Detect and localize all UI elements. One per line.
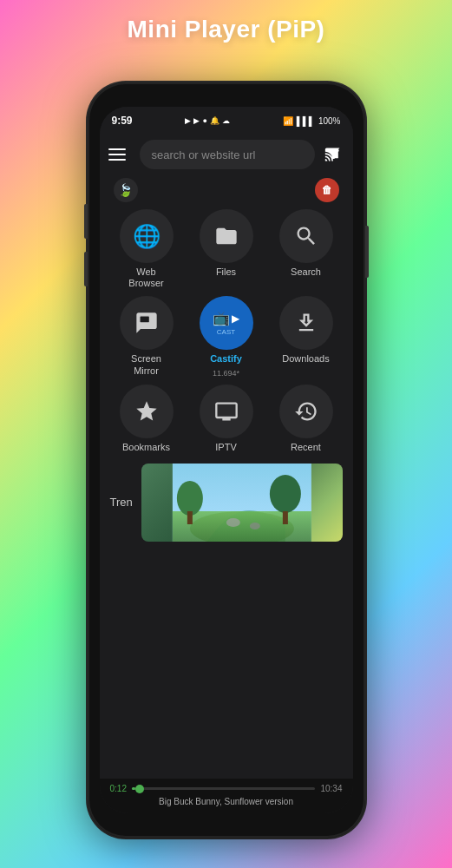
web-browser-label: WebBrowser xyxy=(128,266,163,289)
status-right-icons: 📶 ▌▌▌ 100% xyxy=(283,116,341,126)
iptv-icon xyxy=(200,385,253,438)
trending-section: Tren xyxy=(100,457,353,545)
status-middle-icons: ▶ ▶ ● 🔔 ☁ xyxy=(185,116,229,125)
app-item-iptv[interactable]: IPTV xyxy=(190,385,263,453)
volume-down-button[interactable] xyxy=(84,252,88,286)
battery-label: 100% xyxy=(318,116,341,126)
app-item-search[interactable]: Search xyxy=(270,209,343,289)
phone-container: 9:59 ▶ ▶ ● 🔔 ☁ 📶 ▌▌▌ 100% search o xyxy=(88,82,365,838)
app-item-files[interactable]: Files xyxy=(190,209,263,289)
hamburger-line-2 xyxy=(108,154,126,155)
signal-icon: ▌▌▌ xyxy=(297,116,315,126)
svg-rect-4 xyxy=(173,511,311,542)
svg-rect-0 xyxy=(139,316,149,323)
green-indicator: 🍃 xyxy=(114,178,138,202)
indicator-row: 🍃 🗑 xyxy=(100,174,353,206)
app-item-screen-mirror[interactable]: ScreenMirror xyxy=(110,296,183,377)
progress-bar-row: 0:12 10:34 xyxy=(110,784,343,793)
svg-point-5 xyxy=(177,481,203,516)
notification-icon: 🔔 xyxy=(210,116,219,125)
app-item-castify[interactable]: 📺 ▶ CAST Castify 11.694* xyxy=(190,296,263,377)
status-time: 9:59 xyxy=(112,115,133,127)
web-browser-icon: 🌐 xyxy=(120,209,174,263)
search-input[interactable]: search or website url xyxy=(140,140,315,169)
svg-point-9 xyxy=(226,518,240,527)
content-area: 🍃 🗑 🌐 WebBrowser xyxy=(100,174,353,779)
power-button[interactable] xyxy=(365,226,369,278)
trash-icon: 🗑 xyxy=(322,184,332,196)
play-status-icon: ▶ xyxy=(185,116,191,125)
castify-badge: CAST xyxy=(217,328,235,336)
search-bar-row: search or website url xyxy=(100,135,353,174)
castify-icon: 📺 ▶ CAST xyxy=(200,296,253,350)
castify-label: Castify xyxy=(210,353,242,365)
castify-sublabel: 11.694* xyxy=(213,369,239,378)
trending-label: Tren xyxy=(110,496,133,509)
dot-icon: ● xyxy=(202,116,206,125)
screen-mirror-label: ScreenMirror xyxy=(131,353,161,376)
search-icon xyxy=(279,209,333,263)
cloud-icon: ☁ xyxy=(222,116,230,125)
bottom-player: 0:12 10:34 Big Buck Bunny, Sunflower ver… xyxy=(100,779,353,813)
bookmarks-label: Bookmarks xyxy=(122,442,170,453)
search-placeholder: search or website url xyxy=(152,148,256,161)
now-playing-label: Big Buck Bunny, Sunflower version xyxy=(110,797,343,806)
hamburger-line-1 xyxy=(108,148,126,150)
castify-inner: 📺 ▶ CAST xyxy=(200,296,253,350)
app-item-web-browser[interactable]: 🌐 WebBrowser xyxy=(110,209,183,289)
red-indicator: 🗑 xyxy=(315,178,339,202)
svg-point-7 xyxy=(270,475,301,513)
status-bar: 9:59 ▶ ▶ ● 🔔 ☁ 📶 ▌▌▌ 100% xyxy=(100,107,353,135)
search-label: Search xyxy=(291,266,321,278)
hamburger-menu-button[interactable] xyxy=(108,142,133,167)
svg-rect-6 xyxy=(187,511,193,524)
page-title: Mini Player (PiP) xyxy=(0,16,452,43)
files-label: Files xyxy=(216,266,236,278)
app-item-downloads[interactable]: Downloads xyxy=(270,296,343,377)
castify-icons: 📺 ▶ xyxy=(213,310,239,326)
screen-mirror-icon xyxy=(120,296,174,350)
trending-thumbnail[interactable] xyxy=(141,464,343,542)
time-current: 0:12 xyxy=(110,784,127,793)
progress-dot xyxy=(135,785,144,793)
leaf-icon: 🍃 xyxy=(118,183,133,197)
files-icon xyxy=(200,209,253,263)
wifi-icon: 📶 xyxy=(283,116,293,126)
iptv-label: IPTV xyxy=(215,442,236,453)
downloads-label: Downloads xyxy=(282,353,329,365)
app-grid: 🌐 WebBrowser Files xyxy=(100,206,353,457)
youtube-icon: ▶ xyxy=(193,116,200,125)
svg-point-10 xyxy=(250,523,260,529)
app-item-bookmarks[interactable]: Bookmarks xyxy=(110,385,183,453)
downloads-icon xyxy=(279,296,333,350)
cast-button[interactable] xyxy=(322,143,344,166)
bookmarks-icon xyxy=(120,385,174,438)
app-item-recent[interactable]: Recent xyxy=(270,385,343,453)
recent-label: Recent xyxy=(291,442,321,453)
recent-icon xyxy=(279,385,333,438)
hamburger-line-3 xyxy=(108,159,126,161)
time-total: 10:34 xyxy=(320,784,342,793)
progress-track[interactable] xyxy=(132,787,316,790)
volume-up-button[interactable] xyxy=(84,204,88,239)
svg-rect-8 xyxy=(283,511,288,524)
phone-screen: 9:59 ▶ ▶ ● 🔔 ☁ 📶 ▌▌▌ 100% search o xyxy=(100,107,353,813)
